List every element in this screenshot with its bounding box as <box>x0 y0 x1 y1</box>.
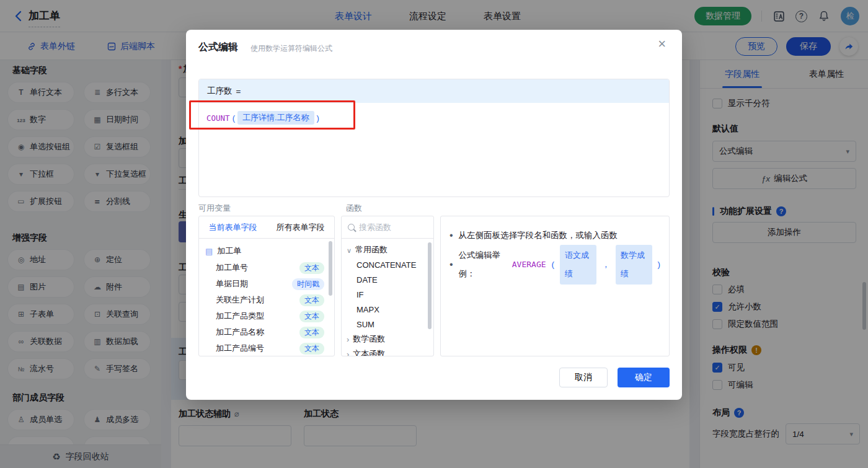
modal-footer: 取消 确定 <box>559 368 670 387</box>
variable-item[interactable]: 单据日期时间戳 <box>199 276 334 292</box>
function-search-input[interactable] <box>359 223 421 232</box>
formula-expression[interactable]: COUNT ( 工序详情.工序名称 ) <box>199 103 669 133</box>
variable-item[interactable]: 加工单号文本 <box>199 260 334 276</box>
type-badge: 文本 <box>299 262 324 274</box>
modal-title: 公式编辑 <box>198 41 238 54</box>
functions-label: 函数 <box>346 203 362 214</box>
formula-edit-modal: 公式编辑 使用数学运算符编辑公式 × 工序数 = COUNT ( 工序详情.工序… <box>186 30 682 400</box>
variables-tabs: 当前表单字段 所有表单字段 <box>199 216 334 239</box>
caret-right-icon <box>347 335 349 344</box>
formula-editor[interactable]: 工序数 = COUNT ( 工序详情.工序名称 ) <box>198 79 670 197</box>
function-item[interactable]: DATE <box>342 272 433 287</box>
variables-panel: 当前表单字段 所有表单字段 加工单 加工单号文本 单据日期时间戳 关联生产计划文… <box>198 216 335 356</box>
formula-target-bar: 工序数 = <box>199 79 669 103</box>
type-badge: 文本 <box>299 311 324 322</box>
function-item[interactable]: IF <box>342 287 433 302</box>
search-icon <box>348 224 355 231</box>
function-search-row <box>342 216 433 239</box>
formula-target: 工序数 <box>207 86 232 97</box>
variable-name: 加工产品名称 <box>216 327 264 338</box>
function-item[interactable]: CONCATENATE <box>342 257 433 272</box>
example-function: AVERAGE <box>512 255 546 274</box>
function-item[interactable]: MAPX <box>342 302 433 317</box>
tip-line-2: • 公式编辑举例： AVERAGE ( 语文成绩 ， 数学成绩 ) <box>450 245 660 285</box>
variables-scrollbar[interactable] <box>329 241 332 296</box>
variable-item[interactable]: 关联生产计划文本 <box>199 292 334 308</box>
type-badge: 文本 <box>299 343 324 355</box>
tab-current-form-fields[interactable]: 当前表单字段 <box>199 216 267 238</box>
close-paren: ) <box>317 113 319 123</box>
root-label: 加工单 <box>217 245 241 257</box>
type-badge: 时间戳 <box>292 278 324 290</box>
close-icon[interactable]: × <box>658 37 666 51</box>
form-doc-icon <box>205 247 213 256</box>
variable-name: 关联生产计划 <box>216 294 264 306</box>
function-group-common[interactable]: 常用函数 <box>342 242 433 257</box>
tips-panel: • 从左侧面板选择字段名和函数，或输入函数 • 公式编辑举例： AVERAGE … <box>440 216 670 356</box>
type-badge: 文本 <box>299 294 324 306</box>
caret-down-icon <box>347 245 352 255</box>
bullet-icon: • <box>450 226 453 245</box>
example-chip: 数学成绩 <box>616 245 652 285</box>
open-paren: ( <box>552 255 555 274</box>
close-paren: ) <box>658 255 661 274</box>
variable-item[interactable]: 加工产品编号文本 <box>199 340 334 356</box>
functions-scrollbar[interactable] <box>428 242 432 329</box>
variable-name: 单据日期 <box>216 278 248 289</box>
function-group-math[interactable]: 数学函数 <box>342 332 433 347</box>
variable-item[interactable]: 加工产品类型文本 <box>199 308 334 324</box>
function-group-text[interactable]: 文本函数 <box>342 347 433 356</box>
variable-name: 加工产品编号 <box>216 343 264 354</box>
variable-name: 加工产品类型 <box>216 311 264 322</box>
tip-line-1: • 从左侧面板选择字段名和函数，或输入函数 <box>450 226 660 245</box>
open-paren: ( <box>232 113 235 123</box>
confirm-button[interactable]: 确定 <box>618 368 670 387</box>
type-badge: 文本 <box>299 327 324 338</box>
functions-panel: 常用函数 CONCATENATE DATE IF MAPX SUM 数学函数 文… <box>341 216 434 356</box>
variable-item[interactable]: 加工产品名称文本 <box>199 324 334 340</box>
tab-all-form-fields[interactable]: 所有表单字段 <box>267 216 334 238</box>
caret-right-icon <box>347 350 349 357</box>
variables-root-node[interactable]: 加工单 <box>199 242 334 260</box>
function-name: COUNT <box>206 113 230 123</box>
formula-operator: = <box>236 87 241 96</box>
variable-name: 加工单号 <box>216 262 248 273</box>
cancel-button[interactable]: 取消 <box>559 368 608 387</box>
modal-subtitle: 使用数学运算符编辑公式 <box>250 43 332 54</box>
variables-label: 可用变量 <box>198 203 231 214</box>
function-item[interactable]: SUM <box>342 317 433 332</box>
example-chip: 语文成绩 <box>560 245 596 285</box>
comma: ， <box>602 255 611 274</box>
bullet-icon: • <box>450 255 453 274</box>
field-chip[interactable]: 工序详情.工序名称 <box>237 111 314 125</box>
